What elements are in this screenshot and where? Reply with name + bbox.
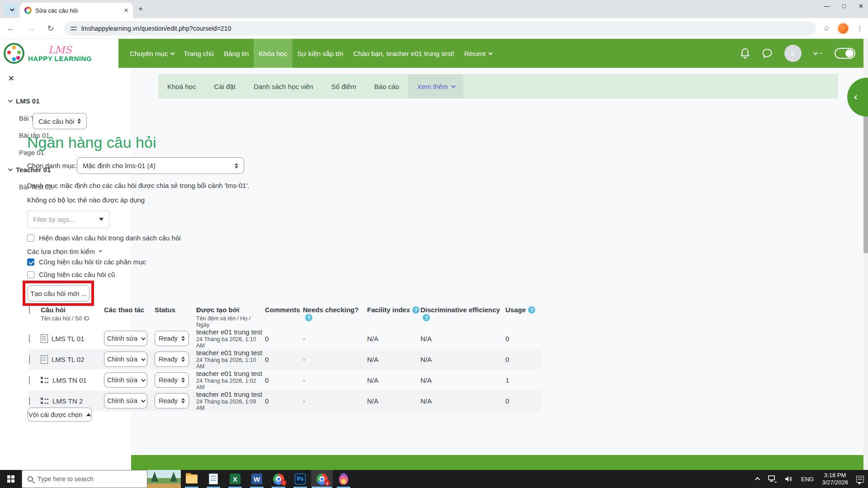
forward-button[interactable]: → [24,23,37,33]
creator-name[interactable]: teacher e01 trung test [196,349,265,357]
no-tag-filter-text: Không có bộ lọc thẻ nào được áp dụng [27,196,145,204]
course-tab-reports[interactable]: Báo cáo [365,74,408,99]
edit-menu-select[interactable]: Chỉnh sửa [104,372,147,388]
site-settings-icon[interactable] [71,26,77,31]
nav-item-courses[interactable]: Khóa học [254,39,292,68]
tag-filter-input[interactable]: Filter by tags... [27,211,109,228]
with-selected-button[interactable]: Với cái được chọn [28,408,92,422]
maximize-button[interactable]: □ [842,3,846,9]
close-drawer-icon[interactable]: ✕ [8,74,14,83]
creator-name[interactable]: teacher e01 trung test [196,370,265,377]
photoshop-icon[interactable]: Ps [289,470,311,488]
course-tab-grades[interactable]: Số điểm [322,74,365,99]
taskbar-search-box[interactable]: Type here to search [22,470,147,488]
row-checkbox[interactable] [29,334,30,343]
creator-name[interactable]: teacher e01 trung test [196,328,265,336]
taskbar: Type here to search X W T Ps q ENG 3:18 … [0,470,868,488]
nav-item-recent[interactable]: Recent [459,39,497,68]
show-subcategories-checkbox[interactable] [27,258,34,266]
comments-count[interactable]: 0 [265,397,303,405]
volume-icon[interactable] [781,470,797,488]
brand-logo-area[interactable]: LMS HAPPY LEARNING [0,39,118,68]
nav-item-categories[interactable]: Chuyên mục [125,39,179,68]
course-tab-settings[interactable]: Cài đặt [205,74,245,99]
close-window-button[interactable]: ✕ [859,3,863,9]
tab-search-button[interactable] [5,4,18,15]
row-checkbox[interactable] [29,397,30,405]
nav-item-greeting[interactable]: Chào bạn, teacher e01 trung test! [348,39,459,68]
usage-value[interactable]: 0 [505,356,540,363]
messages-icon[interactable] [762,48,773,59]
show-old-questions-checkbox[interactable] [27,271,34,278]
file-explorer-icon[interactable] [181,470,203,488]
status-select[interactable]: Ready [155,331,189,346]
help-icon[interactable]: ? [412,306,420,314]
tray-expand-icon[interactable] [752,470,764,488]
status-select[interactable]: Ready [155,372,189,388]
usage-value[interactable]: 1 [505,376,540,384]
help-icon[interactable]: ? [423,314,430,321]
chrome-active-icon[interactable]: q [311,470,333,488]
course-tab-more[interactable]: Xem thêm [408,74,463,99]
action-center-icon[interactable] [852,470,868,488]
question-name[interactable]: LMS TL 02 [52,356,85,363]
row-checkbox[interactable] [29,376,30,385]
excel-icon[interactable]: X [224,470,246,488]
screen: Sửa các câu hỏi ✕ + — □ ✕ ← → ↻ lmshappy… [0,0,868,488]
user-avatar[interactable]: tt [784,45,802,62]
help-icon[interactable]: ? [305,314,312,321]
clock[interactable]: 3:18 PM 3/27/2026 [818,470,852,488]
taskbar-apps: X W T Ps q [181,470,354,488]
task-view-artwork[interactable] [147,470,181,488]
nav-item-upcoming-events[interactable]: Sự kiện sắp tới [292,39,349,68]
address-bar[interactable]: lmshappylearning.vn/question/edit.php?co… [64,21,816,36]
browser-menu-icon[interactable]: ⋮ [856,24,863,33]
edit-menu-select[interactable]: Chỉnh sửa [104,352,147,367]
comments-count[interactable]: 0 [265,376,303,384]
comments-count[interactable]: 0 [265,356,303,363]
help-icon[interactable]: ? [528,306,535,314]
comments-count[interactable]: 0 [265,335,303,343]
bookmark-star-icon[interactable]: ☆ [823,23,830,33]
minimize-button[interactable]: — [824,3,830,9]
new-tab-button[interactable]: + [138,5,143,14]
category-label: Chọn danh mục: [27,162,77,169]
edit-menu-select[interactable]: Chỉnh sửa [104,393,147,408]
usage-value[interactable]: 0 [505,335,540,343]
sidebar-section-lms01[interactable]: LMS 01 [8,97,40,105]
creator-name[interactable]: teacher e01 trung test [196,390,265,398]
nav-item-news[interactable]: Bảng tin [219,39,254,68]
category-select[interactable]: Mặc định cho lms-01 (4) [77,157,244,174]
edit-menu-select[interactable]: Chỉnh sửa [104,331,147,346]
create-question-button[interactable]: Tạo câu hỏi mới ... [28,285,90,301]
chrome-icon[interactable]: T [268,470,289,488]
row-checkbox[interactable] [29,355,30,364]
show-question-text-checkbox[interactable] [27,235,34,242]
status-select[interactable]: Ready [155,393,189,408]
course-tab-course[interactable]: Khoá học [158,74,205,99]
flame-app-icon[interactable] [333,470,354,488]
user-menu-caret[interactable]: ~ [813,50,823,57]
network-icon[interactable] [764,470,781,488]
reload-button[interactable]: ↻ [44,23,57,33]
tab-close-icon[interactable]: ✕ [124,7,128,14]
question-name[interactable]: LMS TN 01 [52,376,87,384]
course-tab-participants[interactable]: Danh sách học viên [245,74,322,99]
question-name[interactable]: LMS TL 01 [52,335,85,343]
browser-profile-avatar[interactable] [837,23,849,34]
status-select[interactable]: Ready [155,352,189,367]
language-indicator[interactable]: ENG [797,470,818,488]
word-icon[interactable]: W [246,470,268,488]
browser-tab[interactable]: Sửa các câu hỏi ✕ [20,3,133,18]
theme-toggle[interactable] [835,48,855,59]
usage-value[interactable]: 0 [505,397,540,405]
question-name[interactable]: LMS TN 2 [52,397,83,405]
back-button[interactable]: ← [5,23,17,33]
select-all-checkbox[interactable] [29,305,30,314]
search-options-toggle[interactable]: Các lựa chọn tìm kiếm [27,248,102,255]
notification-bell-icon[interactable] [740,48,750,59]
notepad-icon[interactable] [203,470,224,488]
start-button[interactable] [0,470,22,488]
nav-item-home[interactable]: Trang chủ [179,39,219,68]
question-bank-section-select[interactable]: Các câu hỏi [33,113,87,129]
